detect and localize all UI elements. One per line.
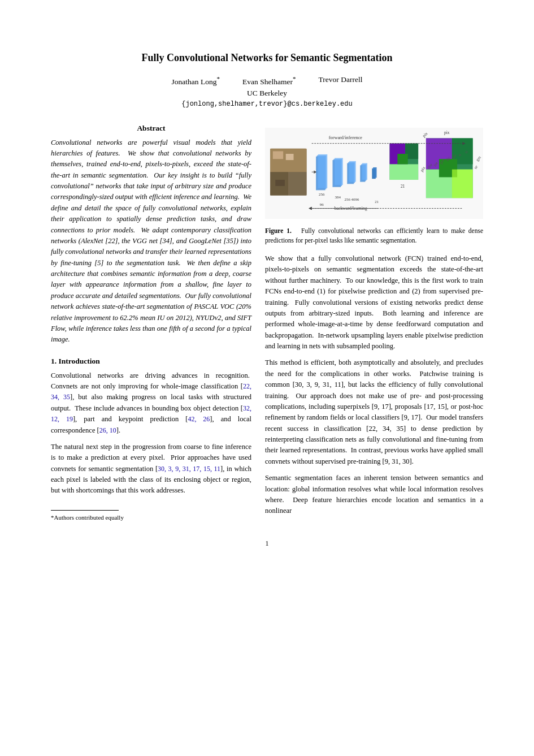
- page-number: 1: [51, 539, 483, 548]
- abstract-section: Abstract Convolutional networks are powe…: [51, 124, 251, 345]
- intro-para-1: Convolutional networks are driving advan…: [51, 370, 251, 436]
- svg-text:21: 21: [375, 200, 379, 204]
- author-2: Evan Shelhamer*: [242, 75, 296, 87]
- svg-rect-7: [275, 179, 285, 185]
- two-column-layout: Abstract Convolutional networks are powe…: [51, 124, 483, 522]
- paper-title: Fully Convolutional Networks for Semanti…: [51, 52, 483, 64]
- svg-rect-4: [288, 172, 306, 195]
- svg-rect-42: [452, 169, 473, 198]
- footnote-divider: [51, 510, 119, 511]
- abstract-heading: Abstract: [51, 124, 251, 133]
- right-column: forward/inference: [265, 124, 483, 522]
- figure-caption: Figure 1. Fully convolutional networks c…: [265, 226, 483, 246]
- institution: UC Berkeley: [51, 89, 483, 98]
- email: {jonlong,shelhamer,trevor}@cs.berkeley.e…: [51, 100, 483, 108]
- svg-rect-21: [362, 163, 367, 179]
- svg-text:384: 384: [335, 195, 341, 199]
- svg-text:21: 21: [401, 183, 405, 188]
- svg-text:256: 256: [319, 192, 325, 196]
- page: Fully Convolutional Networks for Semanti…: [0, 0, 534, 756]
- svg-text:pix: pix: [444, 130, 450, 135]
- introduction-section: 1. Introduction Convolutional networks a…: [51, 357, 251, 496]
- figure-container: forward/inference: [265, 124, 483, 246]
- right-para-3: Semantic segmentation faces an inherent …: [265, 473, 483, 517]
- svg-rect-12: [318, 154, 328, 188]
- svg-rect-36: [397, 154, 407, 164]
- figure-svg: forward/inference: [265, 124, 483, 223]
- intro-heading: 1. Introduction: [51, 357, 251, 366]
- intro-para-2: The natural next step in the progression…: [51, 442, 251, 496]
- right-para-1: We show that a fully convolutional netwo…: [265, 253, 483, 352]
- left-column: Abstract Convolutional networks are powe…: [51, 124, 251, 522]
- svg-rect-18: [349, 161, 356, 182]
- authors-line: Jonathan Long* Evan Shelhamer* Trevor Da…: [51, 75, 483, 87]
- figure-box: forward/inference: [265, 124, 483, 223]
- svg-rect-23: [373, 167, 376, 177]
- svg-rect-35: [390, 164, 419, 180]
- author-1: Jonathan Long*: [172, 75, 220, 87]
- footnote: *Authors contributed equally: [51, 514, 251, 521]
- svg-rect-5: [273, 151, 283, 159]
- svg-rect-6: [286, 154, 294, 160]
- svg-text:256 4096: 256 4096: [345, 197, 359, 201]
- abstract-text: Convolutional networks are powerful visu…: [51, 137, 251, 345]
- author-3: Trevor Darrell: [319, 75, 363, 87]
- svg-rect-15: [335, 158, 343, 185]
- right-para-2: This method is efficient, both asymptoti…: [265, 357, 483, 467]
- title-section: Fully Convolutional Networks for Semanti…: [51, 52, 483, 108]
- svg-text:96: 96: [320, 202, 324, 206]
- svg-text:forward/inference: forward/inference: [329, 135, 363, 140]
